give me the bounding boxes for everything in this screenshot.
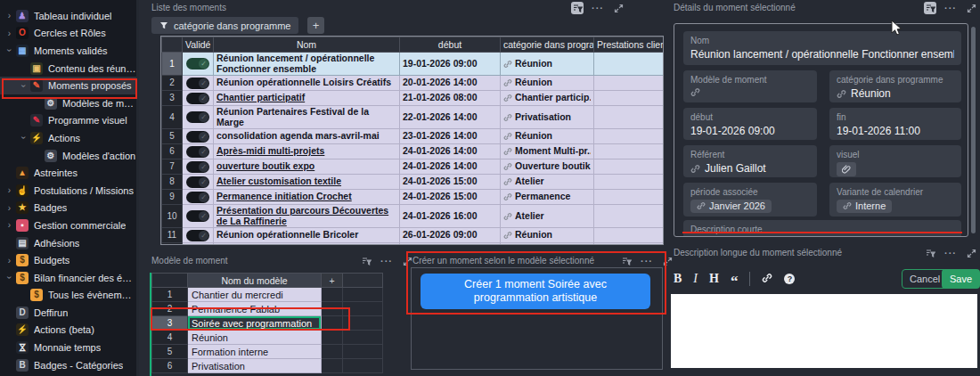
debut-cell[interactable]: 21-01-2026 08:00 [400, 91, 501, 106]
heading-button[interactable]: H [709, 273, 719, 285]
toggle-switch[interactable]: ✓ [186, 176, 209, 188]
chevron-icon[interactable]: › [19, 132, 29, 143]
row-number[interactable]: 7 [162, 159, 183, 175]
nom-cell[interactable]: ouverture boutik expo [214, 159, 400, 175]
sidebar-item[interactable]: › ▲ Astreintes [0, 164, 136, 182]
add-column-button[interactable]: + [322, 274, 343, 288]
prestations-cell[interactable] [594, 159, 665, 175]
col-header-valide[interactable]: Validé ? [183, 37, 214, 53]
more-menu-icon[interactable]: ··· [944, 247, 957, 259]
valide-cell[interactable]: ✓ [183, 144, 214, 159]
toggle-switch[interactable]: ✓ [186, 230, 209, 241]
insert-link-button[interactable] [762, 271, 772, 287]
row-number[interactable]: 8 [162, 175, 183, 190]
field-debut[interactable]: début 19-01-2026 09:00 [683, 108, 817, 140]
prestations-cell[interactable] [594, 53, 665, 76]
sidebar-item[interactable]: › ⚡ Actions (beta) [0, 322, 136, 339]
col-header-prestations[interactable]: Prestations client [594, 37, 665, 53]
prestations-cell[interactable] [594, 144, 665, 159]
chevron-icon[interactable]: › [4, 185, 15, 195]
expand-icon[interactable] [661, 255, 674, 267]
row-number[interactable]: 11 [162, 228, 183, 243]
categorie-cell[interactable]: Réunion [501, 53, 594, 76]
categorie-cell[interactable]: Permanence [501, 190, 594, 205]
expand-icon[interactable] [612, 2, 625, 14]
valide-cell[interactable]: ✓ [183, 76, 214, 91]
sidebar-item[interactable]: › ⚙ Modèles d'action [0, 147, 136, 165]
sidebar-item[interactable]: › ▦ Moments validés [0, 42, 136, 60]
valide-cell[interactable]: ✓ [183, 205, 214, 228]
field-nom[interactable]: Nom Réunion lancement / opérationnelle F… [683, 31, 961, 65]
help-button[interactable]: ? [784, 274, 795, 284]
valide-cell[interactable]: ✓ [183, 129, 214, 144]
debut-cell[interactable]: 24-01-2026 15:00 [400, 175, 501, 190]
create-moment-button[interactable]: Créer 1 moment Soirée avec programmation… [421, 274, 650, 309]
model-name-cell[interactable]: Soirée avec programmation [188, 316, 322, 331]
filter-sort-icon[interactable] [620, 255, 633, 267]
nom-cell[interactable]: Après-midi multi-projets [214, 144, 400, 159]
field-categorie[interactable]: catégorie dans programme Réunion [829, 70, 961, 102]
prestations-cell[interactable] [594, 76, 665, 91]
debut-cell[interactable]: 22-01-2026 14:00 [400, 106, 501, 129]
model-name-cell[interactable]: Privatisation [188, 359, 322, 373]
categorie-cell[interactable]: Réunion [501, 243, 594, 246]
row-number[interactable]: 1 [162, 53, 183, 76]
categorie-cell[interactable]: Atelier [501, 205, 594, 228]
field-modele[interactable]: Modèle de moment [683, 70, 817, 102]
col-header-rownum[interactable] [162, 37, 183, 53]
col-header-nom[interactable]: Nom [214, 37, 400, 53]
field-referent[interactable]: Référent Julien Gaillot [683, 145, 817, 177]
filter-sort-icon[interactable] [360, 255, 372, 267]
toggle-switch[interactable]: ✓ [186, 111, 209, 123]
sidebar-item[interactable]: › ▪ Gestion commerciale [0, 217, 136, 234]
description-editor[interactable] [671, 294, 977, 368]
debut-cell[interactable]: 20-01-2026 14:00 [400, 76, 501, 91]
prestations-cell[interactable] [594, 228, 665, 243]
debut-cell[interactable]: 24-01-2026 14:00 [400, 159, 501, 175]
model-name-cell[interactable]: Formation interne [188, 345, 322, 359]
row-number[interactable]: 6 [162, 144, 183, 159]
debut-cell[interactable]: 26-01-2026 09:00 [400, 228, 501, 243]
valide-cell[interactable]: ✓ [183, 228, 214, 243]
filter-sort-icon[interactable] [924, 247, 936, 259]
toggle-switch[interactable]: ✓ [186, 58, 209, 69]
toggle-switch[interactable]: ✓ [186, 210, 209, 222]
expand-icon[interactable] [401, 255, 413, 267]
toggle-switch[interactable]: ✓ [186, 245, 209, 246]
categorie-cell[interactable]: Atelier [501, 175, 594, 190]
sidebar-item[interactable]: › ⚙ Modèles de moments [0, 94, 136, 112]
more-menu-icon[interactable]: ··· [944, 2, 957, 14]
row-number[interactable]: 2 [162, 76, 183, 91]
row-number[interactable]: 3 [162, 91, 183, 106]
reference-chip[interactable]: Janvier 2026 [690, 200, 772, 213]
prestations-cell[interactable] [594, 175, 665, 190]
reference-chip[interactable]: Interne [837, 200, 892, 213]
sidebar-item[interactable]: › ⚡ Actions [0, 129, 136, 147]
nom-cell[interactable]: Réunion opérationnelle Bricoler [214, 228, 400, 243]
categorie-cell[interactable]: Chantier particip... [501, 91, 594, 106]
valide-cell[interactable]: ✓ [183, 159, 214, 175]
sidebar-item[interactable]: › $ Budgets [0, 251, 136, 269]
categorie-cell[interactable]: Réunion [501, 228, 594, 243]
sidebar-item[interactable]: › $ Bilan financier des évèneme... [0, 269, 136, 287]
nom-cell[interactable]: Réunion lancement / opérationnelle Fonct… [214, 53, 400, 76]
chevron-icon[interactable]: › [4, 203, 15, 213]
sidebar-item[interactable]: › B Badges - Catégories [0, 356, 136, 374]
valide-cell[interactable]: ✓ [183, 53, 214, 76]
nom-cell[interactable]: Chantier participatif [214, 91, 400, 106]
model-name-cell[interactable]: Réunion [188, 331, 322, 345]
row-number[interactable]: 12 [162, 243, 183, 246]
quote-button[interactable]: “ [731, 278, 739, 285]
prestations-cell[interactable] [594, 190, 665, 205]
debut-cell[interactable]: 26-01-2026 11:00 [400, 243, 501, 246]
toggle-switch[interactable]: ✓ [186, 146, 209, 158]
model-name-cell[interactable]: Permanence Fablab [188, 302, 322, 316]
row-number[interactable]: 5 [162, 129, 183, 144]
row-number[interactable]: 10 [162, 205, 183, 228]
model-col-rownum[interactable] [152, 274, 188, 288]
expand-icon[interactable] [965, 247, 977, 259]
prestations-cell[interactable] [594, 91, 665, 106]
chevron-icon[interactable]: › [4, 220, 15, 230]
add-filter-button[interactable]: + [307, 17, 324, 34]
more-menu-icon[interactable]: ··· [592, 2, 604, 14]
